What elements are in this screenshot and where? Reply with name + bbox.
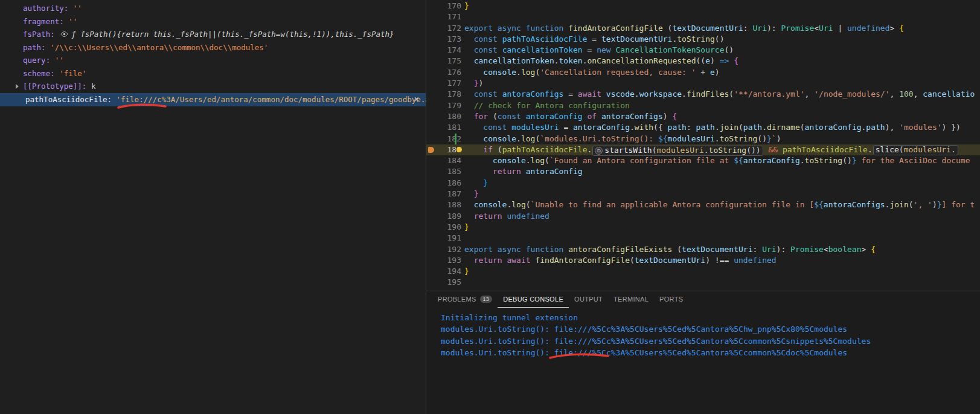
line-number-gutter[interactable]: 172: [426, 23, 464, 34]
property-row[interactable]: fragment: '': [0, 15, 426, 28]
line-number[interactable]: 180: [436, 111, 461, 122]
line-number-gutter[interactable]: 177: [426, 78, 464, 89]
property-row[interactable]: [[Prototype]]: k: [0, 80, 426, 93]
line-number-gutter[interactable]: 186: [426, 178, 464, 189]
line-number-gutter[interactable]: 188: [426, 199, 464, 210]
line-number[interactable]: 177: [436, 78, 461, 89]
file-link[interactable]: file:///%5Cc%3A%5CUsers%5Ced%5Cantora%5C…: [554, 348, 847, 357]
tab-debug-console[interactable]: DEBUG CONSOLE: [498, 291, 569, 308]
code-line[interactable]: 185 return antoraConfig: [426, 166, 980, 177]
line-number-gutter[interactable]: 195: [426, 277, 464, 288]
code-line[interactable]: 178 const antoraConfigs = await vscode.w…: [426, 89, 980, 100]
line-number[interactable]: 193: [436, 255, 461, 266]
line-number[interactable]: 190: [436, 222, 461, 233]
line-number[interactable]: 170: [436, 1, 461, 11]
line-number[interactable]: 174: [436, 45, 461, 56]
line-number[interactable]: 175: [436, 56, 461, 66]
line-number[interactable]: 185: [436, 166, 461, 177]
line-number[interactable]: 188: [436, 199, 461, 210]
code-line[interactable]: 175 cancellationToken.token.onCancellati…: [426, 56, 980, 66]
line-number[interactable]: 171: [436, 11, 461, 22]
line-number-gutter[interactable]: 183: [426, 144, 464, 155]
property-row[interactable]: scheme: 'file': [0, 67, 426, 80]
close-icon[interactable]: ×: [414, 94, 419, 104]
line-number-gutter[interactable]: 170: [426, 1, 464, 11]
expand-arrow-icon[interactable]: [16, 84, 19, 89]
code-line[interactable]: 177 }): [426, 78, 980, 89]
line-number-gutter[interactable]: 174: [426, 45, 464, 56]
code-line[interactable]: 188 console.log(`Unable to find an appli…: [426, 199, 980, 210]
code-line[interactable]: 181 const modulesUri = antoraConfig.with…: [426, 122, 980, 133]
line-number-gutter[interactable]: 175: [426, 56, 464, 66]
property-row[interactable]: authority: '': [0, 2, 426, 15]
line-number-gutter[interactable]: 173: [426, 34, 464, 45]
tab-output[interactable]: OUTPUT: [569, 291, 608, 308]
line-number[interactable]: 181: [436, 122, 461, 133]
eye-icon[interactable]: [60, 31, 68, 37]
line-number-gutter[interactable]: 180: [426, 111, 464, 122]
line-number[interactable]: 184: [436, 155, 461, 166]
line-number[interactable]: 194: [436, 266, 461, 277]
line-number-gutter[interactable]: 187: [426, 189, 464, 199]
code-line[interactable]: 189 return undefined: [426, 211, 980, 222]
line-number-gutter[interactable]: 191: [426, 233, 464, 244]
line-number[interactable]: 192: [436, 244, 461, 255]
line-number-gutter[interactable]: 181: [426, 122, 464, 133]
line-number[interactable]: 195: [436, 277, 461, 288]
line-number-gutter[interactable]: 178: [426, 89, 464, 100]
line-number-gutter[interactable]: 189: [426, 211, 464, 222]
code-line[interactable]: 186 }: [426, 178, 980, 189]
code-line[interactable]: 180 for (const antoraConfig of antoraCon…: [426, 111, 980, 122]
line-number-gutter[interactable]: 184: [426, 155, 464, 166]
line-number[interactable]: 178: [436, 89, 461, 100]
inline-decoration-box[interactable]: DstartsWith(modulesUri.toString()): [592, 146, 763, 156]
code-line[interactable]: 187 }: [426, 189, 980, 199]
line-number[interactable]: 191: [436, 233, 461, 244]
watch-expression-row[interactable]: pathToAsciidocFile: 'file:///c%3A/Users/…: [0, 93, 426, 106]
code-line[interactable]: 176 console.log('Cancellation requested,…: [426, 67, 980, 78]
line-number-gutter[interactable]: 190: [426, 222, 464, 233]
line-number-gutter[interactable]: 185: [426, 166, 464, 177]
line-number-gutter[interactable]: 176: [426, 67, 464, 78]
line-number-gutter[interactable]: 192: [426, 244, 464, 255]
file-link[interactable]: file:///%5Cc%3A%5CUsers%5Ced%5Cantora%5C…: [554, 337, 871, 346]
code-line[interactable]: 192export async function antoraConfigFil…: [426, 244, 980, 255]
code-line[interactable]: 194}: [426, 266, 980, 277]
code-line[interactable]: 174 const cancellationToken = new Cancel…: [426, 45, 980, 56]
code-line[interactable]: 183 if (pathToAsciidocFile.DstartsWith(m…: [426, 144, 980, 155]
code-line[interactable]: 195: [426, 277, 980, 288]
lightbulb-icon[interactable]: [456, 147, 462, 152]
line-number[interactable]: 186: [436, 178, 461, 189]
code-line[interactable]: 173 const pathToAsciidocFile = textDocum…: [426, 34, 980, 45]
code-line[interactable]: 193 return await findAntoraConfigFile(te…: [426, 255, 980, 266]
code-line[interactable]: 172export async function findAntoraConfi…: [426, 23, 980, 34]
property-row[interactable]: fsPath: ƒ fsPath(){return this._fsPath||…: [0, 28, 426, 41]
line-number[interactable]: 187: [436, 189, 461, 199]
tab-ports[interactable]: PORTS: [654, 291, 688, 308]
line-number-gutter[interactable]: 182: [426, 134, 464, 144]
line-number[interactable]: 189: [436, 211, 461, 222]
line-number[interactable]: 172: [436, 23, 461, 34]
line-number-gutter[interactable]: 179: [426, 100, 464, 111]
line-number[interactable]: 182: [436, 134, 461, 144]
line-number-gutter[interactable]: 171: [426, 11, 464, 22]
code-line[interactable]: 190}: [426, 222, 980, 233]
property-row[interactable]: query: '': [0, 54, 426, 67]
file-link[interactable]: file:///%5Cc%3A%5CUsers%5Ced%5Cantora%5C…: [554, 325, 847, 334]
line-number[interactable]: 173: [436, 34, 461, 45]
line-number-gutter[interactable]: 193: [426, 255, 464, 266]
code-line[interactable]: 171: [426, 11, 980, 22]
code-line[interactable]: 179 // check for Antora configuration: [426, 100, 980, 111]
inline-decoration-box[interactable]: slice(modulesUri.: [873, 145, 958, 155]
property-row[interactable]: path: '/\\c:\\Users\\ed\\antora\\common\…: [0, 41, 426, 54]
tab-problems[interactable]: PROBLEMS13: [432, 291, 498, 308]
code-line[interactable]: 182 console.log(`modules.Uri.toString():…: [426, 134, 980, 144]
code-line[interactable]: 170}: [426, 1, 980, 11]
code-line[interactable]: 191: [426, 233, 980, 244]
code-editor[interactable]: 170}171172export async function findAnto…: [426, 0, 980, 291]
tab-terminal[interactable]: TERMINAL: [608, 291, 654, 308]
line-number[interactable]: 179: [436, 100, 461, 111]
line-number-gutter[interactable]: 194: [426, 266, 464, 277]
code-line[interactable]: 184 console.log(`Found an Antora configu…: [426, 155, 980, 166]
line-number[interactable]: 176: [436, 67, 461, 78]
